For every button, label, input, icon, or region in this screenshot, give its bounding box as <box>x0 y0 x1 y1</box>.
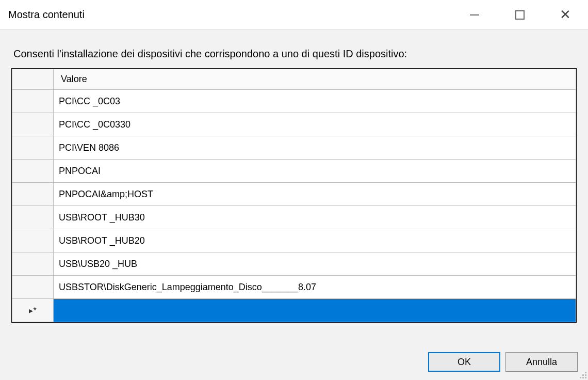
table-row[interactable]: PNPOCAI&amp;HOST <box>12 183 576 206</box>
cell-value[interactable]: PCI\CC _0C03 <box>54 90 576 113</box>
cell-value[interactable]: USB\ROOT _HUB20 <box>54 229 576 252</box>
row-selector[interactable] <box>12 276 54 299</box>
row-selector[interactable] <box>12 183 54 206</box>
cell-value[interactable]: PCI\VEN 8086 <box>54 136 576 160</box>
table-row[interactable]: PNPOCAI <box>12 160 576 183</box>
cell-value[interactable]: USB\ROOT _HUB30 <box>54 206 576 229</box>
cell-value[interactable]: USB\USB20 _HUB <box>54 252 576 276</box>
cell-value[interactable]: PNPOCAI&amp;HOST <box>54 183 576 206</box>
table-row[interactable]: USB\ROOT _HUB30 <box>12 206 576 229</box>
row-selector[interactable] <box>12 229 54 252</box>
ok-button[interactable]: OK <box>428 352 500 372</box>
new-row-indicator[interactable]: ▸* <box>12 299 54 322</box>
cell-value[interactable]: PCI\CC _0C0330 <box>54 113 576 136</box>
new-row-input[interactable] <box>54 299 576 322</box>
device-id-grid[interactable]: Valore PCI\CC _0C03 PCI\CC _0C0330 PCI\V… <box>11 68 577 323</box>
row-selector[interactable] <box>12 113 54 136</box>
row-selector[interactable] <box>12 252 54 276</box>
table-row[interactable]: USBSTOR\DiskGeneric_Lampeggiamento_Disco… <box>12 276 576 299</box>
content-area: Consenti l'installazione dei dispositivi… <box>0 29 588 344</box>
new-row[interactable]: ▸* <box>12 299 576 322</box>
row-header-blank <box>12 69 54 90</box>
row-selector[interactable] <box>12 206 54 229</box>
window-controls: ✕ <box>452 0 588 29</box>
table-row[interactable]: PCI\VEN 8086 <box>12 136 576 160</box>
column-header-value[interactable]: Valore <box>54 69 576 90</box>
cancel-button[interactable]: Annulla <box>505 352 578 372</box>
row-selector[interactable] <box>12 136 54 160</box>
table-row[interactable]: PCI\CC _0C03 <box>12 90 576 113</box>
maximize-button[interactable] <box>497 0 543 29</box>
close-button[interactable]: ✕ <box>543 0 588 29</box>
minimize-button[interactable] <box>452 0 497 29</box>
instruction-text: Consenti l'installazione dei dispositivi… <box>13 48 575 60</box>
cell-value[interactable]: USBSTOR\DiskGeneric_Lampeggiamento_Disco… <box>54 276 576 299</box>
row-selector[interactable] <box>12 160 54 183</box>
table-row[interactable]: USB\USB20 _HUB <box>12 252 576 276</box>
row-selector[interactable] <box>12 90 54 113</box>
dialog-footer: OK Annulla <box>0 344 588 380</box>
table-row[interactable]: USB\ROOT _HUB20 <box>12 229 576 252</box>
window-title: Mostra contenuti <box>8 9 85 21</box>
minimize-icon <box>470 14 479 15</box>
dialog-window: Mostra contenuti ✕ Consenti l'installazi… <box>0 0 588 380</box>
close-icon: ✕ <box>560 7 571 23</box>
cell-value[interactable]: PNPOCAI <box>54 160 576 183</box>
titlebar: Mostra contenuti ✕ <box>0 0 588 29</box>
table-row[interactable]: PCI\CC _0C0330 <box>12 113 576 136</box>
maximize-icon <box>515 10 525 20</box>
